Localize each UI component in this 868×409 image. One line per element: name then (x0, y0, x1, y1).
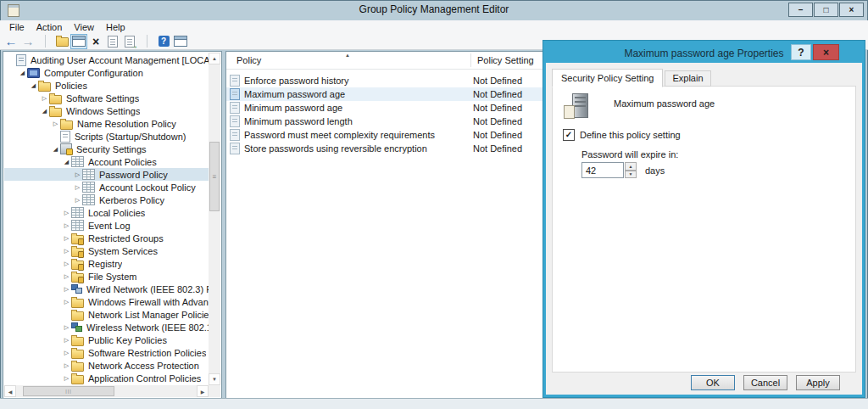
menu-item[interactable]: Help (100, 20, 131, 33)
tree-item[interactable]: Public Key Policies (4, 333, 209, 346)
expander-icon[interactable] (62, 159, 71, 165)
tree-item[interactable]: Policies (4, 79, 209, 92)
policy-setting-icon (230, 88, 240, 100)
policy-name-cell: Password must meet complexity requiremen… (244, 130, 473, 140)
scroll-left-arrow[interactable]: ◀ (4, 385, 16, 397)
expander-icon[interactable] (62, 248, 71, 255)
close-button[interactable]: × (839, 3, 864, 17)
expander-icon[interactable] (73, 197, 82, 204)
vertical-scroll-thumb[interactable]: ≡ (209, 142, 220, 211)
expander-icon[interactable] (40, 108, 49, 115)
tree-item[interactable]: Kerberos Policy (4, 193, 209, 206)
expander-icon[interactable] (73, 171, 82, 178)
expander-icon[interactable] (29, 82, 38, 89)
tree-item[interactable]: Scripts (Startup/Shutdown) (4, 130, 209, 143)
tree-item-label: Auditing User Account Management [LOCAL_… (31, 55, 209, 65)
tree-item[interactable]: Password Policy (4, 168, 209, 181)
tree-item[interactable]: Wireless Network (IEEE 802.11) P (4, 321, 209, 333)
toolbar-button[interactable] (19, 34, 36, 49)
tree-item[interactable]: Wired Network (IEEE 802.3) Polic (4, 283, 209, 295)
toolbar-button[interactable] (172, 34, 189, 49)
toolbar-button[interactable] (121, 34, 138, 49)
column-divider[interactable] (470, 53, 471, 67)
expander-icon[interactable] (40, 95, 49, 102)
menu-item[interactable]: Action (31, 20, 69, 33)
define-policy-checkbox[interactable]: ✓ (563, 129, 575, 141)
tree-item[interactable]: Computer Configuration (4, 66, 209, 79)
tree-item[interactable]: Windows Firewall with Advanced (4, 295, 209, 308)
tree-item[interactable]: Account Lockout Policy (4, 181, 209, 193)
tree-item[interactable]: Security Settings (4, 143, 209, 155)
expander-icon[interactable] (73, 184, 82, 191)
expander-icon[interactable] (62, 261, 71, 267)
scroll-up-arrow[interactable]: ▲ (209, 53, 220, 64)
tree-item-label: Wired Network (IEEE 802.3) Polic (86, 284, 209, 294)
define-policy-label[interactable]: Define this policy setting (580, 130, 681, 140)
menu-item[interactable]: View (68, 20, 100, 33)
expander-icon[interactable] (62, 375, 71, 382)
back-arrow-icon (5, 35, 18, 48)
spin-up-button[interactable]: ▲ (625, 162, 637, 171)
tree-item[interactable]: Local Policies (4, 206, 209, 219)
folder-icon (49, 108, 62, 117)
tree-item[interactable]: File System (4, 270, 209, 283)
tree-item-label: Network Access Protection (88, 361, 199, 371)
expander-icon[interactable] (62, 299, 71, 305)
column-header-policy-setting[interactable]: Policy Setting (477, 55, 534, 65)
tree-item[interactable]: Auditing User Account Management [LOCAL_… (4, 53, 209, 66)
tab-security-policy-setting[interactable]: Security Policy Setting (552, 69, 663, 87)
expander-icon[interactable] (62, 273, 71, 280)
expander-icon[interactable] (51, 120, 60, 127)
tree-item[interactable]: Registry (4, 257, 209, 270)
tree-vertical-scrollbar[interactable]: ▲ ≡ ▼ (209, 53, 220, 385)
dialog-help-button[interactable]: ? (791, 44, 811, 60)
toolbar-button[interactable] (104, 34, 121, 49)
expander-icon[interactable] (62, 235, 71, 242)
cancel-button[interactable]: Cancel (743, 375, 787, 390)
spin-down-button[interactable]: ▼ (625, 171, 637, 179)
expander-icon[interactable] (62, 350, 71, 356)
dialog-buttons: OK Cancel Apply (691, 375, 840, 390)
tree-item[interactable]: Network List Manager Policies (4, 308, 209, 321)
expander-icon[interactable] (62, 337, 71, 344)
toolbar-button[interactable] (53, 34, 70, 49)
tree-item[interactable]: Application Control Policies (4, 372, 209, 384)
tree-item[interactable]: Software Restriction Policies (4, 346, 209, 359)
ok-button[interactable]: OK (691, 375, 735, 390)
tree-item[interactable]: Restricted Groups (4, 232, 209, 244)
menu-item[interactable]: File (3, 20, 31, 33)
horizontal-scroll-thumb[interactable]: ||| (23, 386, 114, 396)
apply-button[interactable]: Apply (796, 375, 840, 390)
tree-item[interactable]: Name Resolution Policy (4, 117, 209, 130)
expander-icon[interactable] (18, 70, 27, 76)
policy-group-icon (82, 182, 95, 193)
tree-item[interactable]: Software Settings (4, 92, 209, 104)
toolbar-button[interactable] (87, 34, 104, 49)
expander-icon[interactable] (62, 210, 71, 216)
expander-icon[interactable] (62, 324, 71, 331)
separator (45, 35, 46, 48)
column-header-policy[interactable]: Policy (236, 55, 261, 65)
minimize-button[interactable]: – (788, 3, 813, 17)
expander-icon[interactable] (62, 362, 71, 369)
tree-item-label: Network List Manager Policies (88, 310, 209, 320)
expire-days-input[interactable]: 42 (581, 162, 624, 178)
expander-icon[interactable] (62, 222, 71, 229)
maximize-button[interactable]: □ (814, 3, 838, 17)
tree-horizontal-scrollbar[interactable]: ◀ ||| ▶ (4, 385, 209, 397)
toolbar-button[interactable] (3, 34, 19, 49)
expander-icon[interactable] (51, 146, 60, 153)
tree-item[interactable]: Event Log (4, 219, 209, 232)
toolbar-button[interactable] (70, 34, 87, 49)
tree-item[interactable]: Account Policies (4, 155, 209, 168)
toolbar-button[interactable] (155, 34, 172, 49)
tree-item-label: Security Settings (76, 144, 147, 154)
scroll-down-arrow[interactable]: ▼ (209, 373, 220, 385)
scroll-right-arrow[interactable]: ▶ (197, 385, 209, 397)
dialog-close-button[interactable]: × (813, 44, 839, 60)
tree-item[interactable]: System Services (4, 244, 209, 257)
tab-explain[interactable]: Explain (665, 70, 710, 87)
tree-item[interactable]: Network Access Protection (4, 359, 209, 372)
expander-icon[interactable] (62, 286, 71, 293)
tree-item[interactable]: Windows Settings (4, 104, 209, 117)
